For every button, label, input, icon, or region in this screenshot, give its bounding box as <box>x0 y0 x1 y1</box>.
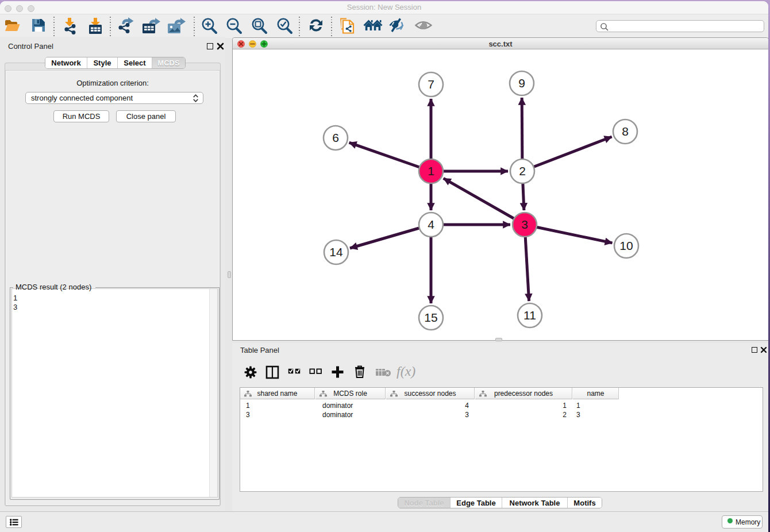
svg-text:1: 1 <box>428 164 434 178</box>
svg-text:15: 15 <box>424 311 437 324</box>
svg-text:2: 2 <box>519 164 526 178</box>
svg-text:6: 6 <box>332 131 339 144</box>
svg-text:4: 4 <box>428 218 434 231</box>
svg-text:7: 7 <box>428 78 434 91</box>
svg-text:11: 11 <box>523 309 536 322</box>
svg-text:8: 8 <box>622 125 629 138</box>
svg-text:9: 9 <box>518 76 525 90</box>
svg-text:10: 10 <box>619 239 633 252</box>
svg-text:3: 3 <box>521 218 528 231</box>
svg-text:14: 14 <box>329 245 343 259</box>
